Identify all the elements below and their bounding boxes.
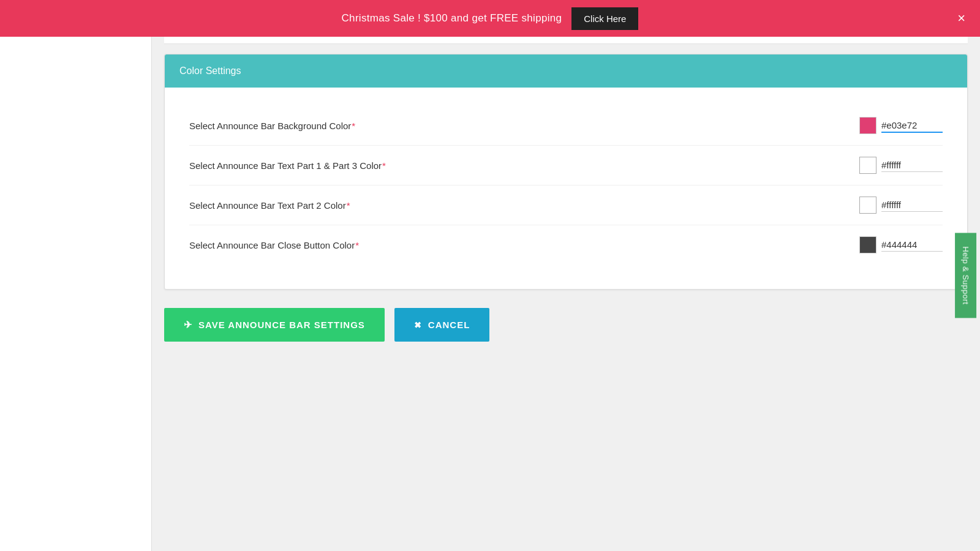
- bg-color-input-group: [859, 117, 943, 134]
- save-button[interactable]: ✈ SAVE ANNOUNCE BAR SETTINGS: [164, 308, 385, 342]
- main-content: Color Settings Select Announce Bar Backg…: [0, 37, 980, 551]
- close-color-text-input[interactable]: [881, 238, 943, 252]
- save-icon: ✈: [184, 319, 192, 331]
- announcement-close-button[interactable]: ×: [957, 12, 965, 25]
- help-support-button[interactable]: Help & Support: [955, 233, 976, 318]
- text2-color-text-input[interactable]: [881, 198, 943, 212]
- announcement-text: Christmas Sale ! $100 and get FREE shipp…: [342, 7, 639, 30]
- required-star: *: [355, 240, 359, 250]
- help-support-tab-container: Help & Support: [955, 233, 976, 318]
- text2-color-input-group: [859, 197, 943, 214]
- cancel-button[interactable]: ✖ CANCEL: [394, 308, 490, 342]
- card-header-title: Color Settings: [179, 66, 241, 76]
- required-star: *: [347, 200, 350, 211]
- sidebar: [0, 37, 152, 551]
- bg-color-text-input[interactable]: [881, 119, 943, 133]
- announcement-bar: Christmas Sale ! $100 and get FREE shipp…: [0, 0, 980, 37]
- close-color-input-group: [859, 236, 943, 253]
- color-settings-card: Color Settings Select Announce Bar Backg…: [164, 54, 968, 290]
- form-row-text2-color: Select Announce Bar Text Part 2 Color*: [189, 186, 943, 225]
- close-color-swatch[interactable]: [859, 236, 876, 253]
- content-area: Color Settings Select Announce Bar Backg…: [152, 37, 980, 551]
- announcement-message: Christmas Sale ! $100 and get FREE shipp…: [342, 12, 562, 24]
- cancel-button-label: CANCEL: [428, 320, 470, 330]
- buttons-row: ✈ SAVE ANNOUNCE BAR SETTINGS ✖ CANCEL: [164, 308, 968, 342]
- text13-color-text-input[interactable]: [881, 159, 943, 172]
- bg-color-swatch[interactable]: [859, 117, 876, 134]
- save-button-label: SAVE ANNOUNCE BAR SETTINGS: [198, 320, 365, 330]
- text2-color-swatch[interactable]: [859, 197, 876, 214]
- cancel-icon: ✖: [414, 320, 422, 330]
- text2-color-label: Select Announce Bar Text Part 2 Color*: [189, 200, 350, 211]
- close-color-label: Select Announce Bar Close Button Color*: [189, 240, 359, 250]
- text13-color-label: Select Announce Bar Text Part 1 & Part 3…: [189, 160, 386, 171]
- top-strip: [164, 37, 968, 44]
- card-body: Select Announce Bar Background Color* Se…: [165, 88, 967, 289]
- form-row-bg-color: Select Announce Bar Background Color*: [189, 106, 943, 146]
- announcement-click-button[interactable]: Click Here: [571, 7, 638, 30]
- text13-color-swatch[interactable]: [859, 157, 876, 174]
- form-row-text13-color: Select Announce Bar Text Part 1 & Part 3…: [189, 146, 943, 186]
- form-row-close-color: Select Announce Bar Close Button Color*: [189, 225, 943, 264]
- bg-color-label: Select Announce Bar Background Color*: [189, 121, 355, 131]
- text13-color-input-group: [859, 157, 943, 174]
- card-header: Color Settings: [165, 54, 967, 88]
- required-star: *: [382, 160, 386, 171]
- required-star: *: [352, 121, 355, 131]
